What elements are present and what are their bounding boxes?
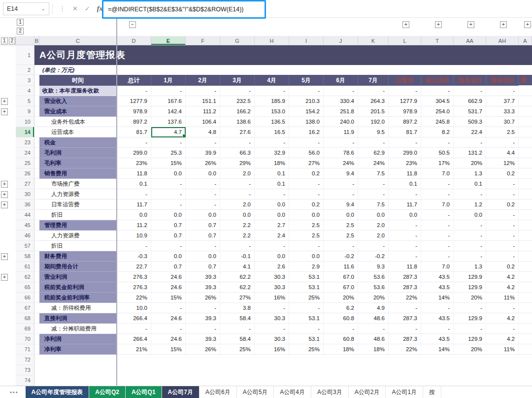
cell[interactable]: 1277.9 <box>389 96 421 106</box>
cell[interactable]: - <box>389 251 421 262</box>
cell[interactable]: 2.5 <box>324 220 358 231</box>
cell[interactable]: 18% <box>255 158 289 168</box>
cell[interactable]: - <box>220 137 255 148</box>
cell[interactable]: 509.3 <box>454 117 486 127</box>
cell[interactable]: 2.0 <box>358 231 389 241</box>
cell[interactable]: 3.8 <box>220 303 255 313</box>
row-label[interactable] <box>39 375 117 386</box>
cell[interactable]: - <box>486 179 519 189</box>
cell[interactable] <box>34 179 39 189</box>
row-number-74[interactable]: 74 <box>16 375 34 386</box>
cell[interactable]: 245.8 <box>421 117 454 127</box>
cell[interactable]: 129.9 <box>454 334 486 344</box>
expand-group-button[interactable]: + <box>402 21 409 28</box>
cell[interactable]: 14% <box>421 293 454 303</box>
cell[interactable]: - <box>486 210 519 220</box>
cell[interactable]: 2.2 <box>220 231 255 241</box>
row-label[interactable]: 管理费用 <box>39 220 117 231</box>
cell[interactable]: 304.5 <box>421 96 454 106</box>
cell[interactable]: 58.4 <box>220 334 255 344</box>
cell[interactable]: 0.0 <box>151 168 186 179</box>
cell[interactable] <box>117 375 151 386</box>
cell[interactable]: 39.9 <box>186 148 220 158</box>
cell[interactable] <box>34 199 39 210</box>
cell[interactable]: 53.1 <box>289 313 324 324</box>
column-header-AH[interactable]: AH <box>486 36 519 45</box>
cell[interactable]: 39.3 <box>186 334 220 344</box>
cell[interactable] <box>34 106 39 117</box>
cell[interactable]: 11.2 <box>117 220 151 231</box>
cell[interactable] <box>389 365 421 375</box>
expand-group-button[interactable]: + <box>435 21 442 28</box>
cell[interactable]: 111.2 <box>186 106 220 117</box>
cell[interactable] <box>220 355 255 365</box>
cell[interactable]: 4.8 <box>186 127 220 137</box>
cell[interactable]: 25% <box>289 293 324 303</box>
cell[interactable]: 897.2 <box>389 117 421 127</box>
cell[interactable]: 2.5 <box>289 220 324 231</box>
cell[interactable]: 1.2 <box>454 199 486 210</box>
cell[interactable] <box>34 355 39 365</box>
cell[interactable]: 192.0 <box>358 117 389 127</box>
cell[interactable]: 276.3 <box>117 272 151 282</box>
cell[interactable]: - <box>324 241 358 251</box>
cell[interactable] <box>255 355 289 365</box>
cell[interactable]: - <box>186 324 220 334</box>
row-label[interactable]: 营业收入 <box>39 96 117 106</box>
cell[interactable]: - <box>358 189 389 199</box>
cell[interactable]: - <box>220 189 255 199</box>
cell[interactable]: 22% <box>389 344 421 355</box>
cell[interactable]: 20% <box>454 293 486 303</box>
cell[interactable]: - <box>186 189 220 199</box>
selected-cell[interactable]: 4.7 <box>151 127 186 137</box>
column-header-H[interactable]: H <box>255 36 289 45</box>
cell[interactable]: - <box>454 251 486 262</box>
cell[interactable]: 106.4 <box>186 117 220 127</box>
column-header-F[interactable]: F <box>186 36 220 45</box>
cell[interactable]: - <box>289 179 324 189</box>
cell[interactable]: 23% <box>117 158 151 168</box>
cell[interactable]: - <box>186 241 220 251</box>
cell[interactable]: 78.6 <box>324 148 358 158</box>
cell[interactable]: 7.0 <box>421 262 454 272</box>
row-number-3[interactable]: 3 <box>16 75 34 86</box>
sheet-tab[interactable]: A公司1月 <box>386 386 423 398</box>
cell[interactable] <box>421 355 454 365</box>
cell[interactable]: 129.9 <box>454 313 486 324</box>
cell[interactable]: 978.9 <box>389 106 421 117</box>
cell[interactable] <box>186 355 220 365</box>
cell[interactable]: - <box>486 231 519 241</box>
cell[interactable]: 22.4 <box>454 127 486 137</box>
cell[interactable]: - <box>151 241 186 251</box>
cell[interactable] <box>34 96 39 106</box>
cell[interactable] <box>358 375 389 386</box>
cell[interactable] <box>358 355 389 365</box>
cell[interactable]: - <box>454 86 486 96</box>
row-number-45[interactable]: 45 <box>16 220 34 231</box>
cell[interactable]: - <box>454 303 486 313</box>
cell[interactable]: -0.3 <box>117 251 151 262</box>
cell[interactable]: 67.0 <box>324 282 358 293</box>
cell[interactable]: 11.9 <box>324 127 358 137</box>
cell[interactable]: 39.3 <box>186 313 220 324</box>
cell[interactable] <box>34 65 39 75</box>
row-number-67[interactable]: 67 <box>16 303 34 313</box>
cell[interactable]: - <box>486 303 519 313</box>
row-number-66[interactable]: 66 <box>16 293 34 303</box>
cell[interactable]: - <box>220 241 255 251</box>
row-label[interactable]: 业务外包成本 <box>39 117 117 127</box>
cell[interactable]: 4.2 <box>486 282 519 293</box>
row-number-1[interactable]: 1 <box>16 45 34 65</box>
cell[interactable]: 25.3 <box>151 148 186 158</box>
cell[interactable] <box>186 365 220 375</box>
row-number-36[interactable]: 36 <box>16 199 34 210</box>
cell[interactable]: 897.2 <box>117 117 151 127</box>
cell[interactable]: 0.0 <box>186 251 220 262</box>
cell[interactable]: 240.0 <box>324 117 358 127</box>
cell[interactable]: 0.0 <box>151 251 186 262</box>
cell[interactable]: 11.7 <box>389 199 421 210</box>
row-label[interactable]: 直接利润 <box>39 313 117 324</box>
row-number-26[interactable]: 26 <box>16 168 34 179</box>
cell[interactable]: 0.0 <box>117 210 151 220</box>
row-number-57[interactable]: 57 <box>16 241 34 251</box>
